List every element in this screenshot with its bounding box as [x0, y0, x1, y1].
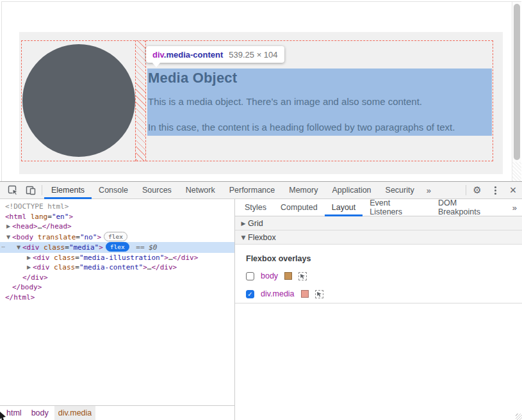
- tooltip-selector: div.media-content: [152, 49, 223, 60]
- flex-badge-active[interactable]: flex: [106, 242, 129, 252]
- toolbar-spacer: [436, 182, 464, 198]
- tree-node-div-media-illustration[interactable]: ▶<div class="media-illustration">…</div>: [0, 253, 234, 263]
- code-segment: …: [168, 254, 173, 262]
- expand-arrow-closed-icon[interactable]: ▶: [4, 222, 12, 232]
- expand-arrow-closed-icon[interactable]: ▶: [25, 253, 33, 263]
- sidebar-tab-dom-breakpoints[interactable]: DOM Breakpoints: [431, 199, 507, 216]
- expand-arrow-closed-icon[interactable]: ▶: [25, 262, 33, 273]
- media-paragraph-2: In this case, the content is a heading f…: [148, 122, 455, 133]
- more-panels-chevron[interactable]: »: [421, 182, 436, 198]
- flexbox-overlays-pane: Flexbox overlays body✓div.media: [235, 254, 522, 299]
- close-devtools-icon[interactable]: ×: [504, 182, 522, 198]
- device-toolbar-icon[interactable]: [22, 182, 40, 198]
- sidebar-tab-event-listeners[interactable]: Event Listeners: [363, 199, 431, 216]
- tree-node-body-close[interactable]: </body>: [0, 282, 234, 293]
- section-flexbox[interactable]: ▼ Flexbox: [235, 230, 522, 245]
- elements-tree-pane: <!DOCTYPE html><html lang="en">▶<head>…<…: [0, 199, 235, 420]
- row-overflow-dots: ⋯: [1, 242, 6, 252]
- breadcrumb-item-body[interactable]: body: [28, 406, 53, 420]
- tree-node-doctype[interactable]: <!DOCTYPE html>: [0, 202, 234, 212]
- code-segment: <head>: [12, 222, 38, 230]
- select-element-icon[interactable]: [298, 272, 307, 280]
- media-content-highlight: Media Object This is a media object. The…: [147, 69, 492, 136]
- flex-badge[interactable]: flex: [104, 232, 127, 241]
- checkbox-checked-div-media[interactable]: ✓: [246, 290, 254, 298]
- tree-node-body[interactable]: ▼<body translate="no">flex: [0, 232, 234, 243]
- settings-gear-icon[interactable]: ⚙: [468, 182, 486, 198]
- code-segment: ==: [132, 243, 149, 252]
- tree-node-html-open[interactable]: <html lang="en">: [0, 212, 234, 222]
- devtools-tab-security[interactable]: Security: [379, 182, 421, 198]
- code-segment: <html: [5, 213, 26, 221]
- expand-arrow-open-icon[interactable]: ▼: [15, 243, 22, 253]
- overlay-label: body: [261, 271, 278, 280]
- expand-arrow-open-icon[interactable]: ▼: [4, 232, 12, 243]
- overlay-color-swatch: [301, 290, 309, 298]
- code-segment: </head>: [42, 222, 71, 230]
- code-segment: <div: [33, 263, 50, 271]
- overlay-row-body: body: [246, 271, 522, 281]
- sidebar-tab-styles[interactable]: Styles: [238, 199, 273, 216]
- tooltip-tag: div: [152, 50, 164, 60]
- tree-node-div-media[interactable]: ⋯▼<div class="media">flex == $0: [0, 242, 234, 253]
- flexbox-overlays-title: Flexbox overlays: [246, 254, 522, 263]
- tree-node-html-close[interactable]: </html>: [0, 293, 234, 303]
- devtools-toolbar: ElementsConsoleSourcesNetworkPerformance…: [0, 182, 522, 199]
- flex-gap-hatch: [135, 40, 146, 161]
- select-element-icon[interactable]: [315, 290, 323, 298]
- browser-viewport: Media Object This is a media object. The…: [0, 0, 522, 181]
- devtools-tab-sources[interactable]: Sources: [135, 182, 179, 198]
- more-sidebar-tabs-chevron[interactable]: »: [507, 199, 522, 216]
- screenshot-root: { "page": { "tooltip": { "tag": "div", "…: [0, 0, 522, 420]
- code-segment: </html>: [5, 293, 35, 302]
- code-segment: =: [65, 243, 69, 252]
- code-segment: >: [97, 233, 101, 241]
- code-segment: $0: [149, 243, 157, 252]
- code-segment: "no": [80, 233, 97, 241]
- devtools-panel: ElementsConsoleSourcesNetworkPerformance…: [0, 181, 522, 420]
- checkbox-unchecked-body[interactable]: [246, 272, 254, 280]
- tree-node-head[interactable]: ▶<head>…</head>: [0, 222, 234, 232]
- code-segment: "media": [69, 243, 99, 252]
- code-segment: lang: [26, 213, 47, 221]
- code-segment: class: [50, 254, 76, 262]
- code-segment: class: [50, 263, 76, 271]
- devtools-tab-memory[interactable]: Memory: [282, 182, 325, 198]
- devtools-tab-console[interactable]: Console: [92, 182, 135, 198]
- code-segment: >: [143, 263, 147, 271]
- devtools-tab-performance[interactable]: Performance: [222, 182, 282, 198]
- devtools-tab-application[interactable]: Application: [325, 182, 378, 198]
- overlay-color-swatch: [284, 272, 292, 280]
- sidebar-tab-computed[interactable]: Computed: [273, 199, 325, 216]
- devtools-tab-elements[interactable]: Elements: [44, 182, 92, 198]
- tree-node-div-media-content[interactable]: ▶<div class="media-content">…</div>: [0, 262, 234, 273]
- kebab-menu-icon[interactable]: [486, 182, 504, 198]
- sidebar-tab-strip: StylesComputedLayoutEvent ListenersDOM B…: [235, 199, 522, 216]
- page-scrollbar[interactable]: [512, 2, 521, 181]
- code-segment: translate: [33, 233, 76, 241]
- inspect-tooltip: div.media-content 539.25 × 104: [146, 46, 284, 63]
- inspect-element-icon[interactable]: [4, 182, 22, 198]
- breadcrumb-item-div-media[interactable]: div.media: [54, 406, 96, 420]
- code-segment: </div>: [173, 254, 199, 262]
- scrollbar-corner: [512, 162, 521, 181]
- devtools-tab-network[interactable]: Network: [179, 182, 222, 198]
- resize-grip[interactable]: [516, 414, 522, 420]
- layout-sidebar-pane: StylesComputedLayoutEvent ListenersDOM B…: [235, 199, 522, 420]
- code-segment: </body>: [12, 283, 42, 291]
- sidebar-tab-layout[interactable]: Layout: [325, 199, 363, 216]
- devtools-tab-strip: ElementsConsoleSourcesNetworkPerformance…: [44, 182, 421, 198]
- code-segment: <div: [22, 243, 40, 252]
- toolbar-separator: [466, 185, 466, 195]
- tree-node-div-close[interactable]: </div>: [0, 273, 234, 283]
- tooltip-class: .media-content: [164, 50, 223, 60]
- page-scrollbar-thumb[interactable]: [514, 4, 520, 160]
- code-segment: =: [47, 213, 52, 221]
- code-segment: </div>: [22, 273, 48, 282]
- tooltip-dimensions: 539.25 × 104: [229, 50, 277, 60]
- code-segment: >: [99, 243, 103, 252]
- breadcrumb-item-html[interactable]: html: [3, 406, 26, 420]
- section-grid[interactable]: ▶ Grid: [235, 216, 522, 230]
- code-segment: <body: [12, 233, 33, 241]
- toolbar-separator: [42, 185, 42, 195]
